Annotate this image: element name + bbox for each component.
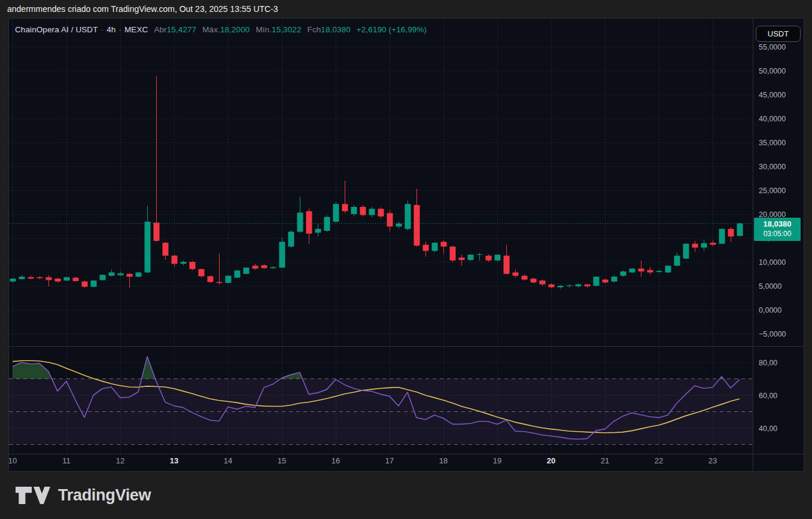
last-price-label: 18,0380 03:05:00 — [754, 218, 801, 241]
open-label: Abr — [154, 25, 166, 34]
svg-text:22: 22 — [655, 456, 663, 465]
separator-dot: · — [118, 25, 121, 34]
low-label: Mín. — [256, 25, 272, 34]
svg-text:23: 23 — [708, 456, 717, 465]
svg-text:80,00: 80,00 — [759, 359, 777, 367]
candles — [10, 77, 743, 289]
currency-scale-button[interactable]: USDT — [756, 26, 801, 42]
chart-legend: ChainOpera AI / USDT·4h·MEXCAbr15,4277Má… — [15, 25, 427, 34]
separator-dot: · — [101, 25, 104, 34]
bar-countdown: 03:05:00 — [754, 230, 801, 239]
svg-text:15: 15 — [278, 456, 286, 465]
svg-text:16: 16 — [332, 456, 340, 465]
svg-text:40,0000: 40,0000 — [759, 115, 786, 123]
svg-text:19: 19 — [493, 456, 501, 465]
attribution-text: andermmendes criado com TradingView.com,… — [7, 4, 278, 14]
svg-text:17: 17 — [385, 456, 394, 465]
svg-text:10,0000: 10,0000 — [759, 258, 786, 267]
tradingview-logo-icon — [16, 487, 50, 504]
svg-text:12: 12 — [116, 456, 124, 465]
svg-text:21: 21 — [601, 456, 609, 465]
svg-text:35,0000: 35,0000 — [759, 139, 786, 147]
change-value: +2,6190 (+16,99%) — [357, 25, 427, 34]
svg-text:25,0000: 25,0000 — [759, 187, 786, 195]
rsi-overbought-fill — [13, 356, 723, 378]
symbol-title[interactable]: ChainOpera AI / USDT — [15, 25, 98, 34]
svg-text:20: 20 — [547, 456, 555, 465]
svg-text:45,0000: 45,0000 — [759, 91, 786, 99]
svg-text:55,0000: 55,0000 — [759, 43, 786, 51]
chart-canvas[interactable]: 55,000050,000045,000040,000035,000030,00… — [9, 19, 804, 471]
svg-text:11: 11 — [62, 456, 71, 465]
tradingview-logo-text: TradingView — [58, 486, 151, 505]
svg-text:13: 13 — [170, 456, 178, 465]
svg-text:30,0000: 30,0000 — [759, 163, 786, 171]
footer: TradingView — [0, 472, 812, 519]
chart-frame: 55,000050,000045,000040,000035,000030,00… — [8, 18, 804, 472]
exchange-label: MEXC — [124, 25, 148, 34]
high-value: 18,2000 — [220, 25, 250, 34]
svg-text:14: 14 — [224, 456, 232, 465]
svg-text:40,00: 40,00 — [759, 425, 777, 433]
svg-text:0,0000: 0,0000 — [759, 306, 781, 315]
attribution-bar: andermmendes criado com TradingView.com,… — [0, 0, 812, 18]
svg-text:18: 18 — [439, 456, 448, 465]
open-value: 15,4277 — [167, 25, 197, 34]
close-value: 18,0380 — [321, 25, 351, 34]
last-price-value: 18,0380 — [754, 219, 801, 230]
svg-text:−5,0000: −5,0000 — [759, 330, 786, 338]
low-value: 15,3022 — [272, 25, 302, 34]
high-label: Máx. — [202, 25, 220, 34]
svg-text:50,0000: 50,0000 — [759, 67, 786, 75]
time-scale[interactable]: 1011121314151617181920212223 — [9, 456, 717, 465]
svg-text:10: 10 — [9, 456, 17, 465]
interval-label[interactable]: 4h — [107, 25, 115, 34]
tradingview-logo[interactable]: TradingView — [16, 472, 151, 519]
close-label: Fch — [308, 25, 321, 34]
svg-text:60,00: 60,00 — [759, 392, 777, 400]
svg-text:5,0000: 5,0000 — [759, 282, 781, 291]
